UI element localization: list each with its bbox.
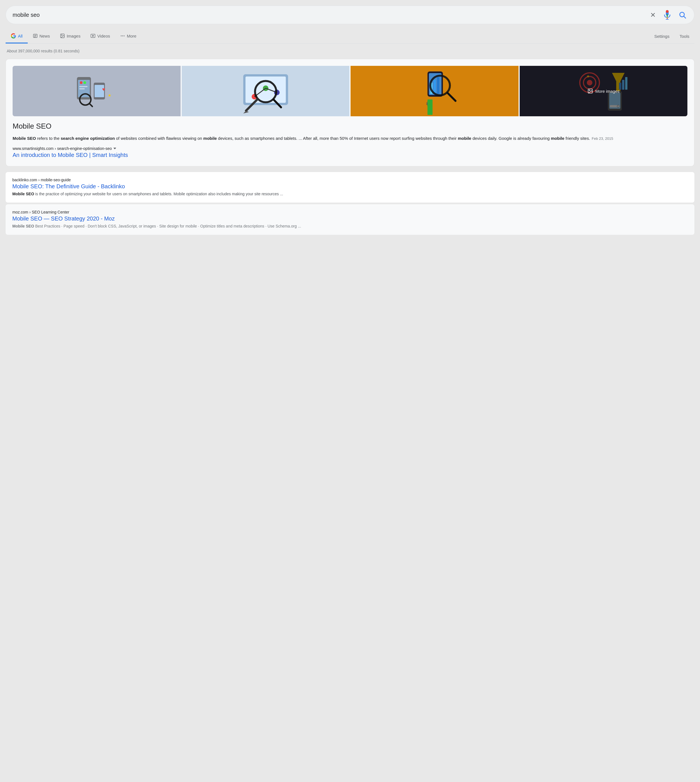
nav-tabs: All News Images Videos bbox=[6, 29, 694, 44]
backlinko-snippet: Mobile SEO is the practice of optimizing… bbox=[12, 191, 688, 197]
search-input[interactable] bbox=[13, 12, 649, 18]
svg-point-20 bbox=[124, 35, 125, 37]
tab-all-label: All bbox=[18, 33, 23, 38]
svg-point-28 bbox=[80, 81, 83, 84]
backlinko-path: mobile-seo-guide bbox=[41, 178, 70, 182]
tab-images[interactable]: Images bbox=[55, 29, 85, 43]
more-images-overlay[interactable]: More images bbox=[520, 66, 688, 116]
settings-link[interactable]: Settings bbox=[649, 30, 675, 43]
knowledge-image-4[interactable]: ★ More images bbox=[520, 66, 688, 116]
tab-videos[interactable]: Videos bbox=[85, 29, 115, 43]
videos-icon bbox=[90, 33, 95, 38]
svg-point-70 bbox=[589, 90, 590, 91]
moz-title-link[interactable]: Mobile SEO — SEO Strategy 2020 - Moz bbox=[12, 216, 688, 222]
knowledge-date: Feb 23, 2015 bbox=[592, 137, 613, 140]
search-button[interactable] bbox=[677, 10, 687, 20]
knowledge-card: ♥ ★ bbox=[6, 59, 694, 166]
svg-rect-55 bbox=[428, 99, 433, 115]
results-count: About 397,000,000 results (0.81 seconds) bbox=[6, 49, 694, 53]
knowledge-image-3[interactable]: ⚙ bbox=[350, 66, 518, 116]
tab-all[interactable]: All bbox=[6, 29, 28, 43]
more-images-label: More images bbox=[595, 89, 620, 94]
svg-rect-30 bbox=[79, 86, 88, 87]
search-bar bbox=[6, 6, 694, 24]
google-icon bbox=[11, 33, 16, 38]
backlinko-breadcrumb: backlinko.com › mobile-seo-guide bbox=[12, 178, 688, 182]
knowledge-description: Mobile SEO refers to the search engine o… bbox=[13, 135, 687, 142]
backlinko-title-link[interactable]: Mobile SEO: The Definitive Guide - Backl… bbox=[12, 183, 688, 190]
dropdown-arrow-icon[interactable] bbox=[113, 148, 116, 149]
svg-point-18 bbox=[121, 35, 122, 37]
more-images-icon bbox=[587, 88, 593, 94]
tools-link[interactable]: Tools bbox=[675, 30, 694, 43]
svg-text:♥: ♥ bbox=[102, 87, 105, 92]
svg-rect-31 bbox=[79, 88, 85, 89]
svg-rect-4 bbox=[667, 14, 668, 17]
svg-point-15 bbox=[61, 35, 62, 35]
clear-button[interactable] bbox=[649, 11, 657, 19]
result-moz: moz.com › SEO Learning Center Mobile SEO… bbox=[6, 204, 694, 235]
backlinko-domain: backlinko.com bbox=[12, 178, 37, 182]
svg-point-29 bbox=[83, 81, 86, 84]
breadcrumb-separator: › bbox=[55, 146, 56, 151]
voice-search-button[interactable] bbox=[662, 10, 672, 20]
tab-news-label: News bbox=[40, 33, 50, 38]
source-domain: www.smartinsights.com bbox=[13, 146, 53, 151]
knowledge-image-2[interactable] bbox=[182, 66, 350, 116]
svg-marker-17 bbox=[93, 35, 94, 37]
more-icon bbox=[120, 33, 125, 38]
tools-label: Tools bbox=[680, 34, 689, 38]
svg-rect-50 bbox=[434, 80, 436, 94]
knowledge-title: Mobile SEO bbox=[13, 122, 687, 130]
search-bar-icons bbox=[649, 10, 687, 20]
settings-label: Settings bbox=[654, 34, 670, 38]
moz-breadcrumb: moz.com › SEO Learning Center bbox=[12, 210, 688, 214]
svg-rect-51 bbox=[437, 77, 439, 94]
svg-rect-3 bbox=[666, 10, 668, 13]
knowledge-card-link[interactable]: An introduction to Mobile SEO | Smart In… bbox=[13, 152, 687, 158]
svg-point-19 bbox=[122, 35, 123, 37]
moz-path: SEO Learning Center bbox=[32, 210, 69, 214]
knowledge-image-1[interactable]: ♥ ★ bbox=[13, 66, 181, 116]
tab-images-label: Images bbox=[67, 33, 80, 38]
moz-snippet: Mobile SEO Best Practices · Page speed ·… bbox=[12, 223, 688, 229]
news-icon bbox=[33, 33, 38, 38]
tab-news[interactable]: News bbox=[28, 29, 55, 43]
moz-domain: moz.com bbox=[12, 210, 28, 214]
images-icon bbox=[60, 33, 65, 38]
image-grid: ♥ ★ bbox=[13, 66, 687, 116]
tab-more[interactable]: More bbox=[115, 29, 142, 43]
source-path: search-engine-optimisation-seo bbox=[57, 146, 112, 151]
tab-videos-label: Videos bbox=[97, 33, 110, 38]
tab-more-label: More bbox=[127, 33, 137, 38]
svg-text:★: ★ bbox=[108, 93, 112, 97]
source-url: www.smartinsights.com › search-engine-op… bbox=[13, 146, 687, 151]
svg-line-9 bbox=[684, 16, 685, 18]
result-backlinko: backlinko.com › mobile-seo-guide Mobile … bbox=[6, 172, 694, 202]
